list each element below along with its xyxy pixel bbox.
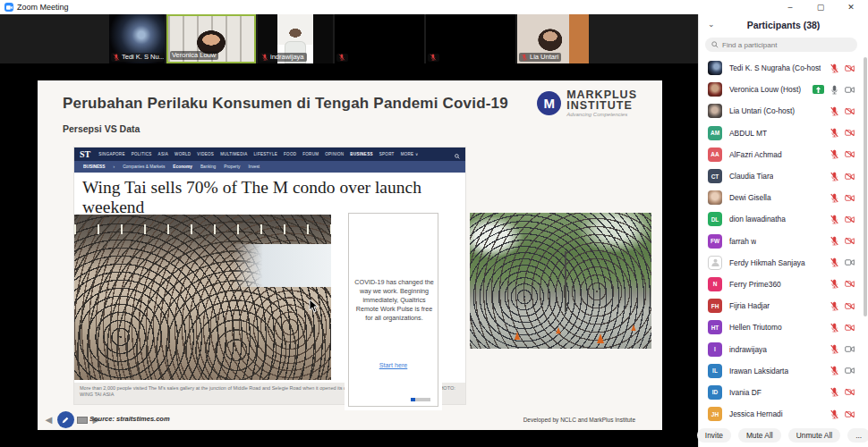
participant-row[interactable]: Ferdy Hikmah Sanjaya bbox=[699, 252, 864, 274]
st-nav-item[interactable]: FOOD bbox=[284, 152, 296, 156]
st-subnav-item[interactable]: Banking bbox=[200, 164, 216, 169]
muted-mic-icon bbox=[830, 344, 839, 354]
participant-name: Irawan Laksidarta bbox=[729, 367, 788, 375]
participant-row[interactable]: DLdion lawadinatha bbox=[699, 208, 864, 230]
st-nav-item[interactable]: ASIA bbox=[158, 152, 168, 156]
st-subnav-item[interactable]: Invest bbox=[248, 164, 260, 169]
video-strip: Tedi K. S Nu... Veronica Louw indrawijay… bbox=[0, 14, 698, 63]
video-tile-indrawijaya[interactable]: indrawijaya bbox=[258, 14, 333, 63]
initials-avatar: IL bbox=[708, 364, 722, 378]
start-here-link[interactable]: Start here bbox=[349, 361, 438, 369]
video-tile-label: Tedi K. S Nu... bbox=[111, 53, 164, 62]
close-button[interactable]: ✕ bbox=[845, 0, 857, 14]
participant-name: Hellen Triutomo bbox=[729, 323, 782, 332]
participant-status-icons bbox=[830, 193, 855, 203]
st-subnav-item[interactable]: Economy bbox=[173, 164, 192, 169]
st-subnav-item[interactable]: BUSINESS bbox=[83, 164, 106, 169]
initials-avatar: AM bbox=[708, 126, 722, 140]
participant-row[interactable]: HTHellen Triutomo bbox=[699, 316, 864, 338]
muted-mic-icon bbox=[830, 106, 839, 116]
initials-avatar: FH bbox=[708, 299, 722, 313]
traffic-cone bbox=[631, 325, 635, 331]
st-nav-item[interactable]: OPINION bbox=[325, 152, 344, 156]
participant-status-icons bbox=[830, 279, 855, 289]
maximize-button[interactable]: ▢ bbox=[814, 0, 827, 14]
st-subnav-item[interactable]: Companies & Markets bbox=[123, 164, 165, 169]
tool-chip-icon[interactable] bbox=[77, 417, 88, 424]
initials-avatar: HT bbox=[708, 320, 722, 334]
st-primary-nav: ST SINGAPOREPOLITICSASIAWORLDVIDEOSMULTI… bbox=[74, 148, 465, 161]
minimize-button[interactable]: – bbox=[784, 0, 796, 14]
participant-row[interactable]: Veronica Louw (Host) bbox=[699, 79, 864, 100]
st-nav-item[interactable]: BUSINESS bbox=[350, 152, 372, 156]
slide-title: Perubahan Perilaku Konsumen di Tengah Pa… bbox=[63, 95, 508, 113]
video-tile-veronica-active-speaker[interactable]: Veronica Louw bbox=[166, 14, 256, 63]
st-nav-item[interactable]: MULTIMEDIA bbox=[220, 152, 247, 156]
participant-row[interactable]: CTClaudia Tiara bbox=[699, 165, 864, 187]
person-silhouette-icon bbox=[711, 257, 720, 267]
ceiling-lights bbox=[74, 224, 331, 234]
st-subnav-item[interactable]: › bbox=[114, 164, 115, 169]
st-nav-item[interactable]: SINGAPORE bbox=[98, 152, 124, 156]
logo-line2: INSTITUTE bbox=[566, 100, 637, 111]
participant-row[interactable]: Lia Untari (Co-host) bbox=[699, 100, 864, 122]
more-options-button[interactable]: ... bbox=[847, 428, 868, 443]
qualtrics-promo-card: COVID-19 has changed the way we work. Be… bbox=[348, 213, 438, 407]
find-participant-input[interactable]: Find a participant bbox=[705, 38, 857, 52]
unmute-all-button[interactable]: Unmute All bbox=[788, 428, 841, 443]
gallery-windows bbox=[234, 244, 331, 287]
camera-off-icon bbox=[845, 323, 855, 333]
participant-status-icons bbox=[830, 236, 855, 246]
photo-avatar bbox=[708, 61, 722, 75]
camera-on-icon bbox=[845, 85, 855, 95]
traffic-cone bbox=[597, 333, 604, 343]
prev-slide-arrow-icon[interactable]: ◄ bbox=[43, 414, 55, 426]
video-tile-silva-trivena[interactable]: Silva Trivena bbox=[426, 14, 515, 63]
participant-row[interactable]: Tedi K. S Nugraha (Co-host, me) bbox=[699, 57, 864, 79]
camera-off-icon bbox=[845, 236, 855, 246]
participant-row[interactable]: FWfarrah w bbox=[699, 231, 864, 252]
participant-row[interactable]: Dewi Gisella bbox=[699, 187, 864, 208]
photo-avatar bbox=[708, 82, 722, 97]
window-title: Zoom Meeting bbox=[17, 3, 69, 12]
muted-mic-icon bbox=[830, 193, 839, 203]
initials-avatar: FW bbox=[708, 234, 722, 249]
participant-row[interactable]: ILIrawan Laksidarta bbox=[699, 360, 864, 382]
card-logo-mark bbox=[411, 398, 430, 401]
participant-row[interactable]: Iindrawijaya bbox=[699, 338, 864, 359]
participant-status-icons bbox=[830, 215, 855, 224]
titlebar: Zoom Meeting – ▢ ✕ bbox=[0, 0, 868, 14]
st-subnav-item[interactable]: Property bbox=[224, 164, 240, 169]
muted-mic-icon bbox=[830, 236, 839, 246]
participant-row[interactable]: AMABDUL MT bbox=[699, 122, 864, 144]
st-nav-item[interactable]: MORE ∨ bbox=[401, 152, 419, 156]
st-search-icon[interactable] bbox=[455, 147, 460, 163]
initials-avatar: I bbox=[708, 342, 722, 357]
traffic-cone bbox=[515, 332, 520, 340]
st-nav-item[interactable]: WORLD bbox=[174, 152, 191, 156]
mute-all-button[interactable]: Mute All bbox=[738, 428, 781, 443]
camera-on-icon bbox=[845, 344, 855, 354]
participant-row[interactable]: NFerry Prime360 bbox=[699, 274, 864, 295]
scrollbar-thumb[interactable] bbox=[864, 57, 867, 316]
participant-name-text: siti dan agnes E... bbox=[335, 14, 423, 46]
participant-name: Dewi Gisella bbox=[729, 193, 771, 202]
video-tile-tedi[interactable]: Tedi K. S Nu... bbox=[109, 14, 165, 63]
participant-row[interactable]: JHJessica Hernadi bbox=[699, 403, 864, 425]
participant-row[interactable]: FHFijria Hadjar bbox=[699, 295, 864, 316]
participant-row[interactable]: AAAlFazri Achmad bbox=[699, 144, 864, 165]
annotate-pen-icon[interactable] bbox=[57, 411, 74, 428]
search-placeholder: Find a participant bbox=[722, 41, 777, 49]
st-nav-item[interactable]: VIDEOS bbox=[197, 152, 214, 156]
participant-status-icons bbox=[830, 387, 855, 397]
st-nav-item[interactable]: LIFESTYLE bbox=[254, 152, 277, 156]
st-nav-item[interactable]: SPORT bbox=[379, 152, 395, 156]
developer-credit: Developed by NCLC and MarkPlus Institute bbox=[523, 417, 635, 423]
participant-row[interactable]: IDIvania DF bbox=[699, 382, 864, 403]
invite-button[interactable]: Invite bbox=[697, 428, 731, 443]
participant-name-text: Silva Trivena bbox=[426, 14, 508, 30]
st-nav-item[interactable]: FORUM bbox=[302, 152, 319, 156]
st-nav-item[interactable]: POLITICS bbox=[132, 152, 152, 156]
video-tile-siti-dan-agnes[interactable]: siti dan agnes E... bbox=[335, 14, 424, 63]
video-tile-lia-untari[interactable]: Lia Untari bbox=[517, 14, 589, 63]
